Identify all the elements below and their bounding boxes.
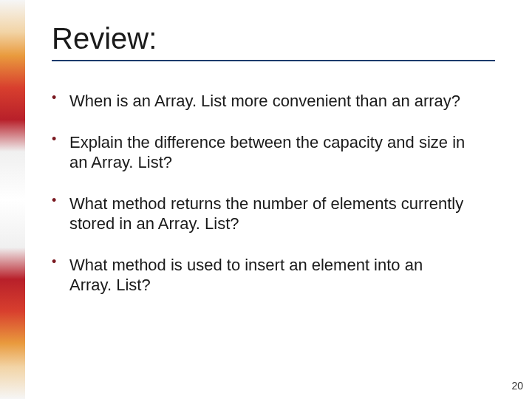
slide-heading: Review: [52,22,495,61]
list-item: What method returns the number of elemen… [52,194,466,234]
list-item: When is an Array. List more convenient t… [52,91,466,112]
bullet-list: When is an Array. List more convenient t… [52,91,466,296]
page-number: 20 [511,380,523,392]
list-item: Explain the difference between the capac… [52,132,466,173]
decorative-sidebar [0,0,25,399]
slide-content: Review: When is an Array. List more conv… [52,0,510,316]
list-item: What method is used to insert an element… [52,255,466,296]
